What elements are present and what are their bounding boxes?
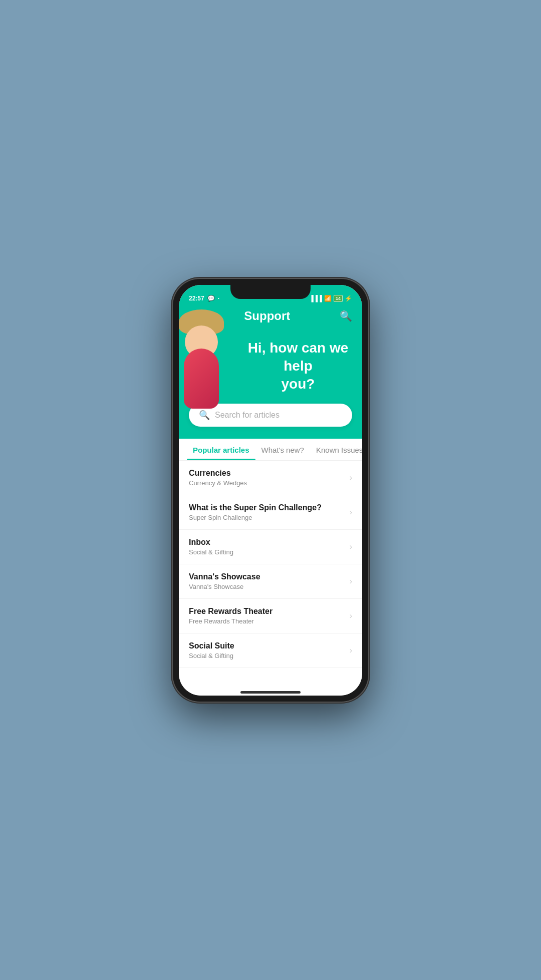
article-category: Currency & Wedges	[189, 479, 345, 487]
article-item-super-spin[interactable]: What is the Super Spin Challenge? Super …	[179, 495, 362, 530]
signal-icon: ▐▐▐	[309, 295, 322, 302]
whatsapp-icon: 💬	[207, 295, 215, 302]
article-chevron-icon: ›	[350, 577, 352, 586]
article-title: Currencies	[189, 469, 345, 478]
time-display: 22:57	[189, 295, 204, 302]
character-body	[184, 349, 219, 409]
article-item-inbox[interactable]: Inbox Social & Gifting ›	[179, 530, 362, 564]
article-category: Free Rewards Theater	[189, 617, 345, 625]
article-title: Inbox	[189, 538, 345, 547]
charging-icon: ⚡	[345, 295, 352, 302]
status-left: 22:57 💬 ·	[189, 295, 219, 302]
page-title: Support	[244, 309, 290, 323]
dot-indicator: ·	[218, 295, 219, 302]
article-info: Free Rewards Theater Free Rewards Theate…	[189, 607, 345, 625]
article-title: Free Rewards Theater	[189, 607, 345, 616]
article-item-currencies[interactable]: Currencies Currency & Wedges ›	[179, 461, 362, 495]
article-category: Super Spin Challenge	[189, 514, 345, 521]
article-chevron-icon: ›	[350, 473, 352, 482]
article-chevron-icon: ›	[350, 508, 352, 517]
article-item-free-rewards[interactable]: Free Rewards Theater Free Rewards Theate…	[179, 599, 362, 633]
status-right: ▐▐▐ 📶 14 ⚡	[309, 295, 352, 302]
battery-indicator: 14	[334, 295, 343, 302]
wifi-icon: 📶	[324, 295, 332, 302]
article-info: Inbox Social & Gifting	[189, 538, 345, 556]
article-item-vanna-showcase[interactable]: Vanna's Showcase Vanna's Showcase ›	[179, 564, 362, 599]
search-button[interactable]: 🔍	[340, 310, 352, 322]
phone-screen: 22:57 💬 · ▐▐▐ 📶 14 ⚡ × Support 🔍	[179, 285, 362, 696]
article-category: Vanna's Showcase	[189, 583, 345, 590]
article-category: Social & Gifting	[189, 548, 345, 556]
article-info: Currencies Currency & Wedges	[189, 469, 345, 487]
article-title: What is the Super Spin Challenge?	[189, 503, 345, 512]
notch	[230, 285, 311, 299]
hero-section: Hi, how can we help you? 🔍 Search for ar…	[179, 329, 362, 439]
tabs-row: Popular articles What's new? Known Issue…	[179, 439, 362, 461]
article-chevron-icon: ›	[350, 542, 352, 551]
phone-frame: 22:57 💬 · ▐▐▐ 📶 14 ⚡ × Support 🔍	[173, 279, 368, 702]
tab-whats-new[interactable]: What's new?	[255, 439, 310, 460]
article-item-social-suite[interactable]: Social Suite Social & Gifting ›	[179, 633, 362, 668]
article-info: Social Suite Social & Gifting	[189, 641, 345, 660]
home-bar	[240, 691, 301, 694]
article-category: Social & Gifting	[189, 652, 345, 660]
article-chevron-icon: ›	[350, 646, 352, 655]
article-info: Vanna's Showcase Vanna's Showcase	[189, 572, 345, 590]
home-indicator	[179, 687, 362, 696]
character-illustration	[179, 318, 239, 409]
article-info: What is the Super Spin Challenge? Super …	[189, 503, 345, 521]
tab-known-issues[interactable]: Known Issues	[310, 439, 362, 460]
tab-popular-articles[interactable]: Popular articles	[187, 439, 255, 460]
search-placeholder-text: Search for articles	[215, 411, 280, 420]
search-icon: 🔍	[199, 410, 210, 421]
articles-list: Currencies Currency & Wedges › What is t…	[179, 461, 362, 687]
article-title: Social Suite	[189, 641, 345, 650]
article-title: Vanna's Showcase	[189, 572, 345, 581]
article-chevron-icon: ›	[350, 611, 352, 620]
